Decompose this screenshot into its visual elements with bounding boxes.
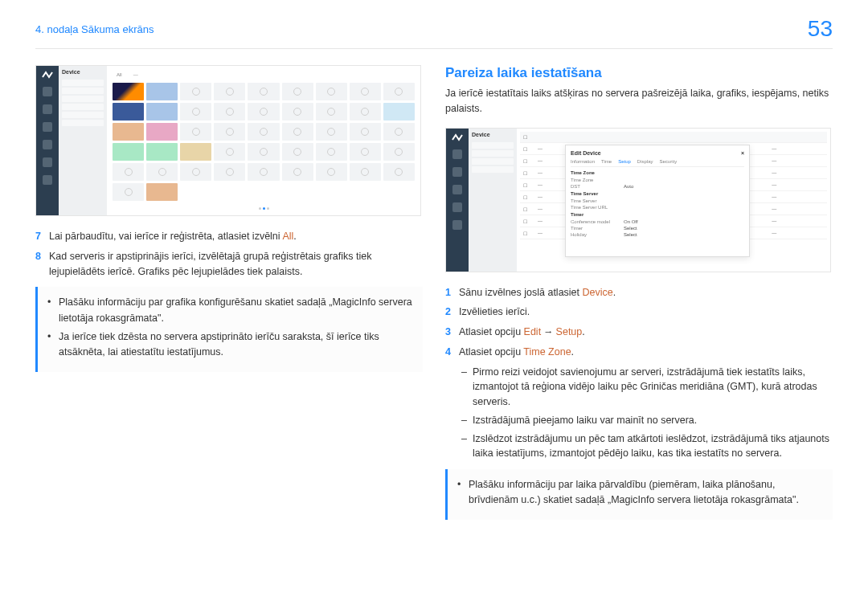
thumb [316,83,347,100]
modal-header: Edit Device × [571,150,744,156]
thumb [180,103,211,121]
thumb [350,103,381,121]
nav-icon [43,122,52,132]
thumb [113,103,144,121]
thumb [180,163,211,181]
step-number: 2 [445,304,451,320]
step-text: Atlasiet opciju Time Zone. [459,345,574,360]
thumb [113,183,144,201]
thumb [316,143,347,161]
thumb [180,143,211,161]
edit-device-modal: Edit Device × Information Time Setup Dis… [565,145,750,257]
page-dot [259,207,261,210]
step-1: 1 Sānu izvēlnes joslā atlasiet Device. [445,285,833,300]
highlight-edit: Edit [524,326,542,337]
panel-row [62,104,104,110]
thumb [113,163,144,181]
step-2: 2 Izvēlieties ierīci. [445,304,833,320]
sub-item: Izslēdzot izstrādājumu un pēc tam atkārt… [461,431,833,462]
section-title: Pareiza laika iestatīšana [445,65,833,81]
panel-row [472,142,514,149]
toolbar: All — [110,69,417,80]
step-text: Lai pārbaudītu, vai ierīce ir reģistrēta… [49,229,297,244]
thumb [248,143,279,161]
nav-icon [43,175,52,185]
thumb [350,123,381,141]
step-number: 7 [35,229,41,244]
tab-all: All [113,72,125,77]
thumb [180,123,211,141]
step-text: Sānu izvēlnes joslā atlasiet Device. [459,285,616,300]
thumb [383,83,415,100]
right-column: Pareiza laika iestatīšana Ja ierīcē iest… [445,65,833,520]
step-text: Kad serveris ir apstiprinājis ierīci, iz… [49,249,423,280]
highlight-all: All [282,231,293,242]
note-item: Plašāku informāciju par laika pārvaldību… [457,477,823,509]
thumb [350,83,381,100]
tab-security: Security [660,159,678,164]
thumb [316,163,347,181]
close-icon: × [741,150,744,156]
note-box: Plašāku informāciju par laika pārvaldību… [445,469,833,520]
step-4: 4 Atlasiet opciju Time Zone. [445,345,833,360]
thumb [146,83,178,100]
form-field: Time Server URL [571,205,744,210]
thumb [248,163,279,181]
table-header: ☐ [520,132,827,143]
form-field: Time Server [571,198,744,203]
screenshot-sidebar [446,129,469,272]
form-field: HolidaySelect [571,232,744,237]
logo-icon [451,133,464,141]
thumb [282,123,313,141]
thumb [113,143,144,161]
thumb [146,183,178,201]
form-field: Conference modelOn Off [571,219,744,224]
note-item: Ja ierīce tiek dzēsta no servera apstipr… [47,329,413,361]
panel-row [472,166,514,173]
form-field: Time Zone [571,178,744,182]
thumb [214,83,245,100]
form-field: DSTAuto [571,184,744,189]
thumbnail-grid [110,80,417,204]
thumb [146,103,178,121]
thumb [113,123,144,141]
modal-title: Edit Device [571,150,601,156]
step-number: 8 [35,249,41,280]
sub-item: Pirmo reizi veidojot savienojumu ar serv… [461,365,833,410]
sub-item: Izstrādājumā pieejamo laiku var mainīt n… [461,413,833,428]
step-number: 1 [445,285,451,300]
tab-display: Display [637,159,653,164]
step-3: 3 Atlasiet opciju Edit→Setup. [445,325,833,340]
note-box: Plašāku informāciju par grafika konfigur… [35,287,423,372]
step-7: 7 Lai pārbaudītu, vai ierīce ir reģistrē… [35,229,423,244]
header-divider [35,48,833,49]
tab-setup: Setup [618,159,631,164]
page-header: 4. nodaļa Sākuma ekrāns 53 [0,0,868,48]
screenshot-panel: Device [59,66,107,215]
section-time-zone: Time Zone [571,170,744,175]
thumb [282,103,313,121]
tab-information: Information [571,159,595,164]
thumb [113,83,144,100]
page-dot [267,207,269,210]
nav-icon [452,220,462,230]
thumb [316,123,347,141]
thumb [282,163,313,181]
tab-item: — [130,72,141,77]
step-8: 8 Kad serveris ir apstiprinājis ierīci, … [35,249,423,280]
step-text: Atlasiet opciju Edit→Setup. [459,325,585,340]
thumb [383,123,415,141]
nav-icon [43,140,52,149]
step-number: 4 [445,345,451,360]
chapter-label: 4. nodaļa Sākuma ekrāns [35,23,154,35]
panel-row [62,120,104,126]
sub-bullet-list: Pirmo reizi veidojot savienojumu ar serv… [461,365,833,462]
screenshot-main: All — [107,66,420,215]
nav-icon [452,185,462,194]
nav-icon [43,157,52,167]
thumb [146,163,178,181]
logo-icon [41,71,54,79]
section-intro: Ja ierīcē iestatītais laiks atšķiras no … [445,86,833,116]
screenshot-sidebar [36,66,59,215]
arrow-icon: → [543,326,554,337]
